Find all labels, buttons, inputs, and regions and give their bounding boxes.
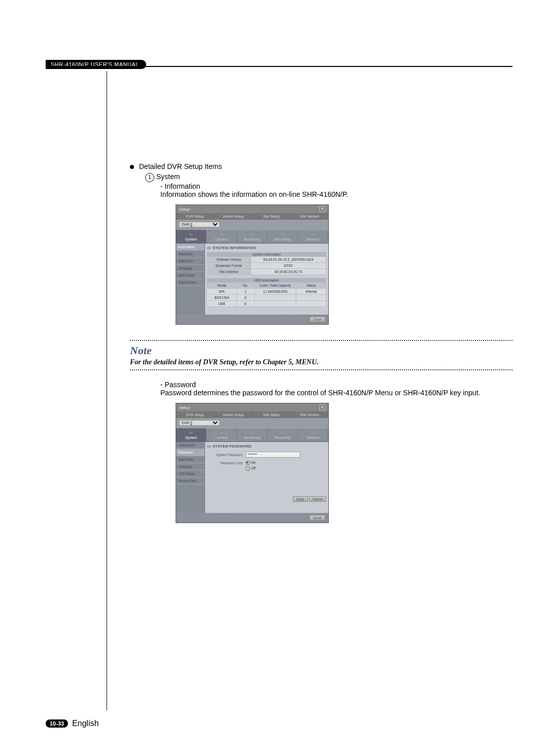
cat-system[interactable]: ▭System — [176, 428, 207, 441]
network-icon: ▭ — [299, 430, 327, 435]
lock-icon: ▭ — [207, 444, 211, 449]
apply-button[interactable]: Apply — [293, 496, 308, 502]
header-rule — [46, 66, 512, 67]
cell-label: Broadcast Format — [207, 263, 251, 268]
page-footer: 10-33 English — [46, 719, 99, 728]
cat-camera[interactable]: ▭Camera — [207, 230, 237, 243]
monitor-icon: ▭ — [238, 232, 266, 237]
tab-dvr-setup[interactable]: DVR Setup — [176, 213, 214, 220]
sidebar: Information Password Date/Time Language … — [176, 244, 205, 315]
close-icon[interactable]: ✕ — [319, 206, 325, 212]
bullet-heading: Detailed DVR Setup Items — [130, 162, 512, 170]
sidebar-item-remotedev[interactable]: Remote Dev — [176, 279, 204, 286]
radio-off[interactable]: Off — [246, 466, 256, 471]
info-label: - Information — [130, 182, 512, 190]
button-row: Close — [176, 315, 328, 324]
cat-system[interactable]: ▭System — [176, 230, 207, 243]
table-row: Mac Address 00:16:6C:03:2C:73 — [207, 269, 326, 275]
footer-language: English — [72, 719, 98, 728]
panel-heading: ▭ SYSTEM PASSWORD — [207, 444, 326, 449]
tab-site-setup[interactable]: Site Setup — [253, 411, 291, 418]
sidebar-item-remotedev[interactable]: Remote Dev — [176, 477, 204, 485]
note-block: Note For the detailed items of DVR Setup… — [130, 340, 512, 370]
tab-site-setup[interactable]: Site Setup — [253, 213, 291, 220]
sidebar-item-password[interactable]: Password — [176, 251, 204, 258]
panel-heading: ▭ SYSTEM INFORMATION — [207, 246, 326, 250]
dvr-select-row: DVR [] — [176, 220, 328, 229]
window-titlebar: Setup ✕ — [176, 205, 328, 213]
hddinfo-header: HDD Information — [207, 278, 326, 283]
circled-number-icon: 1 — [145, 173, 154, 182]
button-row: Close — [176, 513, 328, 523]
system-icon: ▭ — [177, 430, 205, 435]
tab-sw-version[interactable]: S/W Version — [291, 213, 328, 220]
sidebar-item-password[interactable]: Password — [176, 449, 204, 456]
dvr-select-row: DVR [] — [176, 418, 328, 428]
info-icon: ▭ — [207, 246, 211, 250]
cell-value: B3.04-K1.20-V2.2_200705311624 — [251, 257, 326, 262]
sidebar-item-information[interactable]: Information — [176, 244, 204, 251]
network-icon: ▭ — [299, 232, 327, 237]
col-media: Media — [207, 283, 237, 288]
main-panel: ▭ SYSTEM INFORMATION System Information … — [205, 244, 328, 315]
system-password-input[interactable] — [246, 452, 300, 458]
sidebar-item-datetime[interactable]: Date/Time — [176, 456, 204, 463]
bullet-title: Detailed DVR Setup Items — [139, 162, 222, 170]
top-tabs: DVR Setup Viewer Setup Site Setup S/W Ve… — [176, 411, 328, 418]
sysinfo-header: System Information — [207, 252, 326, 257]
bullet-icon — [130, 165, 134, 169]
password-lock-row-off: Off — [207, 466, 326, 471]
top-tabs: DVR Setup Viewer Setup Site Setup S/W Ve… — [176, 213, 328, 220]
sidebar: Information Password Date/Time Language … — [176, 442, 205, 513]
password-lock-row: Password Lock On — [207, 461, 326, 465]
cat-monitoring[interactable]: ▭Monitoring — [237, 428, 267, 441]
category-tabs: ▭System ▭Camera ▭Monitoring ◎Recording ▭… — [176, 428, 328, 442]
monitor-icon: ▭ — [238, 430, 266, 435]
col-no: No. — [237, 283, 255, 288]
record-icon: ◎ — [268, 232, 296, 237]
info-desc: Information shows the information on on-… — [130, 190, 512, 198]
numbered-item: 1System — [130, 173, 512, 182]
dvr-select[interactable]: DVR [] — [179, 222, 220, 227]
cat-monitoring[interactable]: ▭Monitoring — [237, 230, 267, 243]
cell-label: Software Version — [207, 257, 251, 262]
dvr-select[interactable]: DVR [] — [179, 420, 220, 426]
radio-on[interactable]: On — [246, 461, 256, 465]
cat-network[interactable]: ▭Network — [298, 428, 328, 441]
sidebar-item-datetime[interactable]: Date/Time — [176, 258, 204, 265]
cat-network[interactable]: ▭Network — [298, 230, 328, 243]
syspw-label: System Password — [207, 453, 243, 457]
system-icon: ▭ — [177, 232, 205, 237]
tab-sw-version[interactable]: S/W Version — [291, 411, 328, 418]
window-title: Setup — [179, 405, 190, 410]
tab-viewer-setup[interactable]: Viewer Setup — [214, 411, 252, 418]
sidebar-item-information[interactable]: Information — [176, 442, 204, 449]
password-desc: Password determines the password for the… — [130, 389, 512, 397]
screenshot-system-password: Setup ✕ DVR Setup Viewer Setup Site Setu… — [176, 403, 329, 523]
close-button[interactable]: Close — [310, 515, 325, 521]
table-row: ATA 1 11.34G/500.02G Internal — [207, 289, 326, 295]
sidebar-item-language[interactable]: Language — [176, 265, 204, 272]
table-header-row: Media No. Used / Total Capacity Status — [207, 283, 326, 289]
table-row: Broadcast Format NTSC — [207, 263, 326, 269]
note-title: Note — [130, 344, 512, 357]
cell-label: Mac Address — [207, 269, 251, 274]
header-pill: SHR-4160N/P USER'S MANUAL — [46, 60, 146, 69]
cancel-button[interactable]: Cancel — [309, 496, 326, 502]
close-button[interactable]: Close — [310, 317, 325, 322]
tab-viewer-setup[interactable]: Viewer Setup — [214, 213, 252, 220]
close-icon[interactable]: ✕ — [319, 404, 325, 410]
main-panel: ▭ SYSTEM PASSWORD System Password Passwo… — [205, 442, 328, 513]
note-body: For the detailed items of DVR Setup, ref… — [130, 358, 512, 366]
col-status: Status — [296, 283, 326, 288]
sidebar-item-language[interactable]: Language — [176, 463, 204, 470]
cat-recording[interactable]: ◎Recording — [267, 428, 298, 441]
cat-recording[interactable]: ◎Recording — [267, 230, 298, 243]
table-row: USB 0 — [207, 301, 326, 307]
tab-dvr-setup[interactable]: DVR Setup — [176, 411, 214, 418]
cat-camera[interactable]: ▭Camera — [207, 428, 237, 441]
sidebar-item-hddmode[interactable]: HDD Mode — [176, 272, 204, 279]
pwlock-label: Password Lock — [207, 461, 243, 465]
sidebar-item-hddmode[interactable]: HDD Mode — [176, 470, 204, 477]
content-column: Detailed DVR Setup Items 1System - Infor… — [107, 71, 512, 710]
